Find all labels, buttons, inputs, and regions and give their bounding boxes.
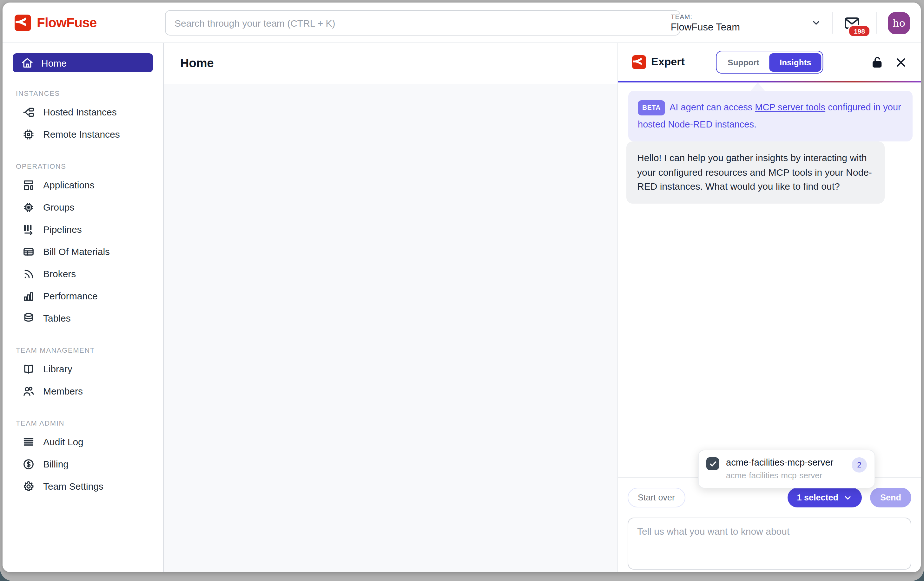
close-panel-button[interactable] <box>895 56 907 68</box>
sidebar-item-label: Pipelines <box>43 224 82 235</box>
chevron-down-icon <box>843 493 852 502</box>
mcp-server-tools-link[interactable]: MCP server tools <box>755 102 825 112</box>
notifications-button[interactable]: 198 <box>843 14 861 31</box>
sidebar-item-hosted-instances[interactable]: Hosted Instances <box>13 101 153 123</box>
sidebar-item-label: Remote Instances <box>43 129 120 140</box>
sidebar-item-label: Performance <box>43 291 98 301</box>
chat-messages: BETAAI agent can access MCP server tools… <box>618 82 921 477</box>
sidebar-section-team-management: TEAM MANAGEMENT <box>13 346 153 354</box>
divider <box>876 12 877 34</box>
app-window: FlowFuse TEAM: FlowFuse Team 198 <box>3 3 921 572</box>
page-title: Home <box>180 56 214 71</box>
sidebar-item-bill-of-materials[interactable]: Bill Of Materials <box>13 240 153 263</box>
sidebar-item-home[interactable]: Home <box>13 53 153 72</box>
bill-of-materials-icon <box>22 245 35 258</box>
beta-badge: BETA <box>638 100 665 115</box>
main-header: Home <box>164 43 617 84</box>
sidebar-item-label: Hosted Instances <box>43 107 117 117</box>
sidebar-item-remote-instances[interactable]: Remote Instances <box>13 123 153 145</box>
audit-log-icon <box>22 435 35 448</box>
expert-panel: Expert Support Insights <box>617 43 921 572</box>
performance-icon <box>22 290 35 302</box>
sidebar-item-team-settings[interactable]: Team Settings <box>13 475 153 497</box>
home-icon <box>21 56 34 69</box>
banner-text: AI agent can access <box>670 102 755 112</box>
divider <box>832 12 833 34</box>
sidebar-item-library[interactable]: Library <box>13 358 153 380</box>
composer-input[interactable] <box>628 518 911 569</box>
applications-icon <box>22 179 35 191</box>
banner-arrow <box>751 82 765 91</box>
send-button[interactable]: Send <box>870 488 911 507</box>
sidebar-item-groups[interactable]: Groups <box>13 196 153 218</box>
mcp-server-count-badge: 2 <box>851 457 867 472</box>
team-label: TEAM: <box>671 13 740 21</box>
main-content: Home <box>164 43 617 572</box>
sidebar-item-label: Audit Log <box>43 436 83 447</box>
expert-title: Expert <box>651 56 685 69</box>
sidebar-item-audit-log[interactable]: Audit Log <box>13 431 153 453</box>
screen: FlowFuse TEAM: FlowFuse Team 198 <box>0 0 924 581</box>
sidebar-item-billing[interactable]: Billing <box>13 453 153 475</box>
sidebar-item-brokers[interactable]: Brokers <box>13 263 153 285</box>
start-over-button[interactable]: Start over <box>628 488 685 507</box>
unlock-button[interactable] <box>871 56 884 69</box>
flowfuse-logo[interactable]: FlowFuse <box>3 14 152 31</box>
mcp-server-name: acme-facilities-mcp-server <box>726 457 845 469</box>
sidebar-item-label: Library <box>43 364 73 374</box>
search-input[interactable] <box>165 10 680 36</box>
flowfuse-logo-icon <box>632 55 646 69</box>
selected-count-label: 1 selected <box>797 493 838 502</box>
tab-support[interactable]: Support <box>718 53 769 71</box>
mcp-server-checkbox[interactable] <box>706 457 719 470</box>
check-icon <box>709 459 717 468</box>
sidebar-item-label: Applications <box>43 179 94 190</box>
assistant-message: Hello! I can help you gather insights by… <box>626 142 884 203</box>
sidebar-item-label: Billing <box>43 459 69 469</box>
expert-tabs: Support Insights <box>716 51 823 74</box>
brokers-icon <box>22 267 35 280</box>
team-selector[interactable]: TEAM: FlowFuse Team <box>671 13 821 33</box>
pipelines-icon <box>22 223 35 235</box>
close-icon <box>895 56 907 68</box>
sidebar-item-applications[interactable]: Applications <box>13 174 153 196</box>
avatar[interactable]: ho <box>888 12 910 34</box>
top-bar: FlowFuse TEAM: FlowFuse Team 198 <box>3 3 921 43</box>
mcp-server-popup-item[interactable]: acme-facilities-mcp-server acme-faciliti… <box>698 450 875 489</box>
selected-dropdown-button[interactable]: 1 selected <box>787 488 862 507</box>
team-name: FlowFuse Team <box>671 21 740 33</box>
notification-badge: 198 <box>848 25 871 37</box>
sidebar-section-operations: OPERATIONS <box>13 162 153 170</box>
hosted-instances-icon <box>22 105 35 118</box>
settings-icon <box>22 480 35 492</box>
sidebar-item-label: Tables <box>43 313 71 324</box>
billing-icon <box>22 458 35 470</box>
beta-banner: BETAAI agent can access MCP server tools… <box>628 91 912 141</box>
sidebar-section-team-admin: TEAM ADMIN <box>13 419 153 427</box>
chevron-down-icon <box>811 18 821 28</box>
tables-icon <box>22 312 35 324</box>
expert-panel-header: Expert Support Insights <box>618 43 921 81</box>
library-icon <box>22 362 35 375</box>
sidebar-item-label: Brokers <box>43 268 76 279</box>
sidebar-item-label: Bill Of Materials <box>43 246 110 257</box>
sidebar-item-label: Home <box>41 58 67 68</box>
chat-footer: Start over 1 selected Send <box>618 477 921 572</box>
topbar-right: TEAM: FlowFuse Team 198 ho <box>671 3 910 43</box>
remote-instances-icon <box>22 128 35 140</box>
sidebar-item-label: Groups <box>43 202 74 212</box>
sidebar-item-performance[interactable]: Performance <box>13 285 153 307</box>
sidebar-item-tables[interactable]: Tables <box>13 307 153 329</box>
groups-icon <box>22 201 35 214</box>
members-icon <box>22 385 35 397</box>
sidebar-item-label: Team Settings <box>43 481 104 492</box>
tab-insights[interactable]: Insights <box>769 53 822 71</box>
sidebar: Home INSTANCES Hosted Instances Remote I… <box>3 43 164 572</box>
flowfuse-logo-icon <box>15 14 31 31</box>
sidebar-section-instances: INSTANCES <box>13 89 153 97</box>
logo-text: FlowFuse <box>37 15 97 30</box>
sidebar-item-pipelines[interactable]: Pipelines <box>13 218 153 240</box>
mcp-server-subtitle: acme-facilities-mcp-server <box>726 471 845 480</box>
sidebar-item-members[interactable]: Members <box>13 380 153 402</box>
unlock-icon <box>871 56 884 69</box>
